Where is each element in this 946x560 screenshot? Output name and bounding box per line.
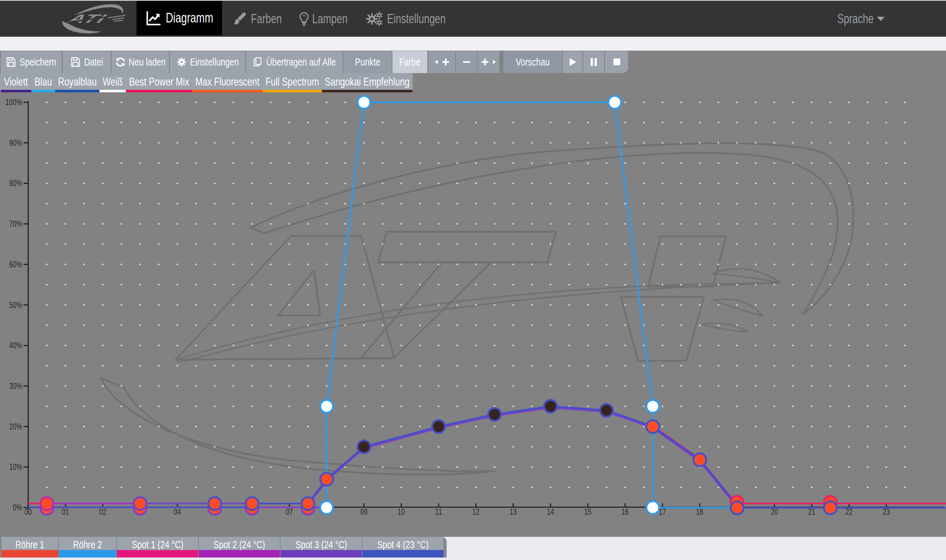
- svg-text:04: 04: [174, 507, 181, 517]
- svg-text:10: 10: [398, 507, 405, 517]
- svg-text:ATI: ATI: [65, 12, 110, 25]
- svg-text:02: 02: [99, 507, 106, 517]
- svg-text:09: 09: [360, 507, 368, 517]
- svg-text:0%: 0%: [13, 503, 22, 512]
- svg-text:90%: 90%: [9, 138, 22, 148]
- svg-text:14: 14: [547, 507, 554, 517]
- svg-text:80%: 80%: [9, 178, 22, 188]
- svg-text:00: 00: [25, 507, 32, 517]
- svg-text:20%: 20%: [9, 422, 22, 431]
- svg-text:15: 15: [584, 507, 591, 517]
- svg-text:12: 12: [472, 507, 480, 517]
- svg-text:100%: 100%: [5, 97, 22, 107]
- svg-text:07: 07: [286, 507, 293, 517]
- svg-text:30%: 30%: [9, 381, 22, 391]
- svg-text:11: 11: [435, 507, 442, 517]
- svg-text:01: 01: [62, 507, 69, 517]
- svg-text:40%: 40%: [9, 340, 22, 350]
- svg-text:60%: 60%: [9, 260, 22, 269]
- svg-text:16: 16: [621, 507, 629, 517]
- svg-text:50%: 50%: [9, 300, 22, 310]
- svg-text:10%: 10%: [9, 462, 22, 472]
- svg-text:70%: 70%: [9, 219, 22, 229]
- svg-text:13: 13: [510, 507, 517, 517]
